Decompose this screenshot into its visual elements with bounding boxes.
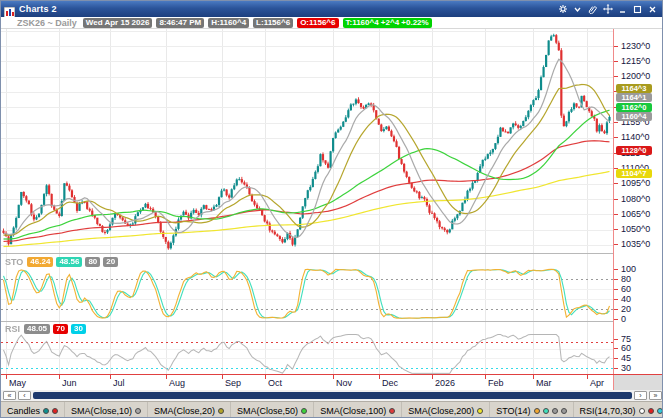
legend-color-dot — [561, 408, 567, 414]
month-label: Apr — [590, 378, 604, 388]
month-tick — [265, 375, 266, 379]
sma-10-value-badge: 1164^1 — [616, 93, 652, 102]
month-tick — [110, 375, 111, 379]
rsi-lower-badge: 30 — [71, 324, 86, 334]
chart-window: Charts 2 ZSK26 ~ D — [0, 0, 663, 418]
legend-color-dot — [301, 408, 307, 414]
axis-tick-label: 100 — [614, 265, 636, 274]
month-label: Feb — [488, 378, 504, 388]
open-badge: O:1156^6 — [297, 18, 338, 28]
month-label: Oct — [268, 378, 282, 388]
sto-upper-badge: 80 — [85, 257, 100, 267]
legend-item-sma-close-10[interactable]: SMA(Close,10) — [65, 402, 148, 418]
rsi-value-badge: 48.05 — [24, 324, 50, 334]
scroll-far-left-button[interactable]: « — [3, 391, 16, 400]
time-badge: 8:46:47 PM — [156, 18, 204, 28]
info-bar: ZSK26 ~ Daily Wed Apr 15 2026 8:46:47 PM… — [1, 17, 662, 29]
scrollbar-track[interactable] — [33, 392, 632, 399]
month-label: Jun — [62, 378, 77, 388]
legend-color-dot — [543, 408, 549, 414]
month-tick — [587, 375, 588, 379]
legend-item-label: STO(14) — [496, 406, 530, 416]
month-tick — [59, 375, 60, 379]
date-badge: Wed Apr 15 2026 — [83, 18, 153, 28]
legend-color-dot — [218, 408, 224, 414]
sma-100-value-badge: 1128^0 — [616, 146, 652, 155]
legend-item-candles[interactable]: Candles — [1, 402, 65, 418]
axis-tick-label: 1215^0 — [614, 57, 650, 66]
scroll-left-button[interactable]: ‹ — [18, 391, 31, 400]
price-axis: 1230^01215^01200^01185^01170^01155^01140… — [613, 29, 663, 374]
titlebar[interactable]: Charts 2 — [1, 1, 662, 17]
axis-tick-label: 75 — [614, 335, 631, 344]
legend-color-dot — [648, 408, 654, 414]
maximize-button[interactable] — [631, 4, 644, 15]
axis-tick-label: 1230^0 — [614, 42, 650, 51]
legend-color-dot — [43, 408, 49, 414]
legend-color-dot — [552, 408, 558, 414]
gear-icon[interactable] — [556, 4, 569, 15]
legend-item-label: Candles — [7, 406, 40, 416]
legend-color-dot — [135, 408, 141, 414]
last-trade-badge: T:1160^4 +2^4 +0.22% — [343, 18, 432, 28]
scrollbar-thumb[interactable] — [33, 392, 632, 399]
month-tick — [222, 375, 223, 379]
rsi-label: RSI — [5, 324, 20, 334]
month-label: Sep — [225, 378, 241, 388]
titlebar-controls — [556, 4, 659, 15]
close-button[interactable] — [646, 4, 659, 15]
sto-d-badge: 48.56 — [56, 257, 82, 267]
low-badge: L:1156^6 — [253, 18, 293, 28]
axis-tick-label: 60 — [614, 285, 631, 294]
month-tick — [379, 375, 380, 379]
scroll-right-button[interactable]: › — [634, 391, 647, 400]
axis-tick-label: 1080^0 — [614, 195, 650, 204]
legend-item-sma-close-20[interactable]: SMA(Close,20) — [148, 402, 231, 418]
sto-lower-badge: 20 — [103, 257, 118, 267]
minimize-button[interactable] — [616, 4, 629, 15]
axis-tick-label: 0 — [614, 315, 626, 324]
sto-k-badge: 46.24 — [27, 257, 53, 267]
axis-tick-label: 20 — [614, 305, 631, 314]
chevron-down-icon[interactable] — [571, 4, 584, 15]
legend-item-sma-close-100[interactable]: SMA(Close,100) — [314, 402, 402, 418]
legend-item-label: SMA(Close,200) — [408, 406, 474, 416]
sma-200-value-badge: 1104^7 — [616, 169, 652, 178]
axis-tick-label: 1035^0 — [614, 240, 650, 249]
legend-item-sma-close-50[interactable]: SMA(Close,50) — [231, 402, 314, 418]
sto-label: STO — [5, 257, 23, 267]
axis-tick-label: 80 — [614, 275, 631, 284]
legend-color-dot — [639, 408, 645, 414]
time-scrollbar[interactable]: « ‹ › » — [1, 390, 663, 401]
legend-item-rsi-14-70-30[interactable]: RSI(14,70,30) — [574, 402, 663, 418]
legend-item-sma-close-200[interactable]: SMA(Close,200) — [402, 402, 490, 418]
legend-color-dot — [389, 408, 395, 414]
legend-item-label: SMA(Close,10) — [71, 406, 132, 416]
month-tick — [6, 375, 7, 379]
rsi-upper-badge: 70 — [53, 324, 68, 334]
month-label: Mar — [536, 378, 552, 388]
month-tick — [333, 375, 334, 379]
price-chart-canvas[interactable] — [1, 29, 613, 374]
axis-tick-label: 1200^0 — [614, 72, 650, 81]
sma-20-value-badge: 1164^3 — [616, 84, 652, 93]
month-label: Dec — [382, 378, 398, 388]
legend-item-label: SMA(Close,50) — [237, 406, 298, 416]
month-tick — [432, 375, 433, 379]
legend-color-dot — [534, 408, 540, 414]
legend-color-dot — [477, 408, 483, 414]
scroll-far-right-button[interactable]: » — [649, 391, 662, 400]
axis-tick-label: 1095^0 — [614, 179, 650, 188]
legend-item-label: SMA(Close,20) — [154, 406, 215, 416]
move-icon[interactable] — [601, 4, 614, 15]
legend-item-sto-14[interactable]: STO(14) — [490, 402, 573, 418]
window-title: Charts 2 — [19, 4, 556, 15]
last-price-badge: 1160^4 — [616, 112, 652, 121]
axis-tick-label: 1065^0 — [614, 210, 650, 219]
month-label: Aug — [169, 378, 185, 388]
paperclip-icon[interactable] — [586, 4, 599, 15]
symbol-label: ZSK26 ~ Daily — [17, 18, 77, 28]
month-tick — [533, 375, 534, 379]
axis-corner — [613, 375, 663, 390]
legend-item-label: SMA(Close,100) — [320, 406, 386, 416]
